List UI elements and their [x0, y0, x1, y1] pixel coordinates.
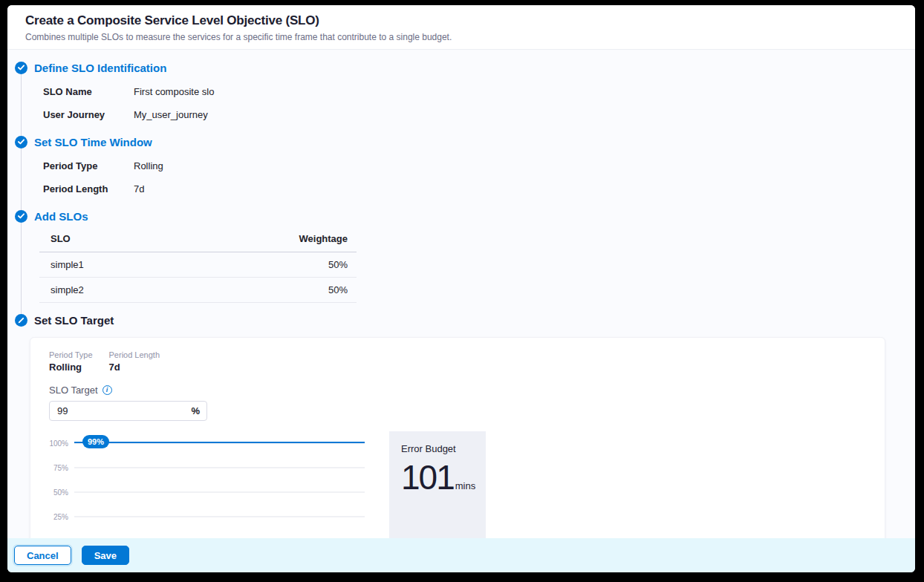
step-set-slo-target: Set SLO Target Period Type Rolling Perio…	[15, 312, 900, 538]
field-label: Period Type	[43, 160, 134, 171]
page-subtitle: Combines multiple SLOs to measure the se…	[25, 32, 897, 42]
period-length-summary: Period Length 7d	[109, 350, 160, 373]
period-length-label: Period Length	[109, 350, 160, 359]
column-header-slo: SLO	[39, 229, 164, 252]
check-icon	[15, 210, 27, 223]
y-tick-label: 75%	[49, 464, 68, 472]
gridline-25: 25%	[49, 513, 365, 521]
error-budget-label: Error Budget	[401, 443, 477, 454]
weightage-cell: 50%	[164, 278, 357, 303]
gridline-75: 75%	[49, 464, 365, 472]
step-define-slo-identification: Define SLO Identification SLO Name First…	[15, 59, 900, 134]
slos-table-header-row: SLO Weightage	[39, 229, 357, 252]
slo-target-slider[interactable]: 99%	[74, 442, 365, 443]
period-length-value: 7d	[109, 362, 160, 373]
field-value: First composite slo	[134, 86, 214, 97]
field-period-length: Period Length 7d	[43, 177, 900, 200]
table-row: simple2 50%	[39, 278, 357, 303]
slo-target-input-wrap: %	[49, 401, 207, 421]
slo-target-label-text: SLO Target	[49, 385, 98, 396]
app-window: Create a Composite Service Level Objecti…	[7, 5, 915, 572]
cancel-button[interactable]: Cancel	[14, 546, 71, 565]
step-header-identification[interactable]: Define SLO Identification	[15, 59, 900, 76]
field-label: Period Length	[43, 183, 134, 194]
y-tick-label: 100%	[49, 439, 68, 448]
step-title: Set SLO Time Window	[34, 136, 152, 148]
slo-target-label: SLO Target i	[49, 385, 867, 396]
step-title: Set SLO Target	[34, 314, 114, 327]
field-slo-name: SLO Name First composite slo	[43, 80, 900, 103]
y-tick-label: 0%	[49, 537, 68, 539]
field-label: SLO Name	[43, 86, 134, 97]
error-budget-card: Error Budget 101 mins	[389, 431, 486, 538]
step-header-add-slos[interactable]: Add SLOs	[15, 208, 900, 224]
step-header-time-window[interactable]: Set SLO Time Window	[15, 134, 900, 150]
step-title: Add SLOs	[34, 210, 88, 223]
percent-suffix: %	[191, 405, 200, 416]
period-type-label: Period Type	[49, 350, 93, 359]
field-period-type: Period Type Rolling	[43, 154, 900, 177]
page-header: Create a Composite Service Level Objecti…	[7, 5, 915, 50]
field-user-journey: User Journey My_user_journey	[43, 103, 900, 126]
field-label: User Journey	[43, 109, 134, 120]
period-type-summary: Period Type Rolling	[49, 350, 93, 373]
save-button[interactable]: Save	[82, 546, 129, 565]
field-value: My_user_journey	[134, 109, 208, 120]
gridline	[74, 492, 365, 493]
gridline-0: 0%	[49, 537, 365, 539]
slo-target-input[interactable]	[49, 401, 207, 421]
info-icon[interactable]: i	[103, 385, 112, 395]
check-icon	[15, 62, 27, 74]
field-value: 7d	[134, 183, 144, 194]
slo-name-cell: simple2	[39, 278, 164, 303]
weightage-cell: 50%	[164, 252, 357, 278]
column-header-weightage: Weightage	[164, 229, 357, 252]
pencil-icon	[15, 314, 27, 327]
error-budget-value: 101	[401, 460, 454, 494]
step-add-slos: Add SLOs SLO Weightage simple1 50% simpl…	[15, 208, 900, 312]
period-type-value: Rolling	[49, 362, 93, 373]
slo-target-chart: 100% 75% 50% 25%	[49, 443, 365, 538]
slo-name-cell: simple1	[39, 252, 164, 278]
table-row: simple1 50%	[39, 252, 357, 278]
gridline	[74, 517, 365, 517]
gridline	[74, 468, 365, 468]
gridline-50: 50%	[49, 488, 365, 497]
check-icon	[15, 136, 27, 148]
step-title: Define SLO Identification	[34, 62, 166, 74]
slos-table: SLO Weightage simple1 50% simple2 50%	[39, 229, 357, 303]
slo-target-card: Period Type Rolling Period Length 7d SLO…	[30, 337, 885, 538]
step-header-set-slo-target[interactable]: Set SLO Target	[15, 312, 900, 328]
field-value: Rolling	[134, 160, 163, 171]
page-title: Create a Composite Service Level Objecti…	[25, 13, 897, 28]
error-budget-unit: mins	[455, 480, 475, 494]
y-tick-label: 25%	[49, 513, 68, 521]
slider-value-pill[interactable]: 99%	[82, 435, 109, 448]
step-set-slo-time-window: Set SLO Time Window Period Type Rolling …	[15, 134, 900, 208]
footer-action-bar: Cancel Save	[7, 538, 915, 572]
wizard-body: Define SLO Identification SLO Name First…	[7, 50, 915, 538]
y-tick-label: 50%	[49, 488, 68, 497]
